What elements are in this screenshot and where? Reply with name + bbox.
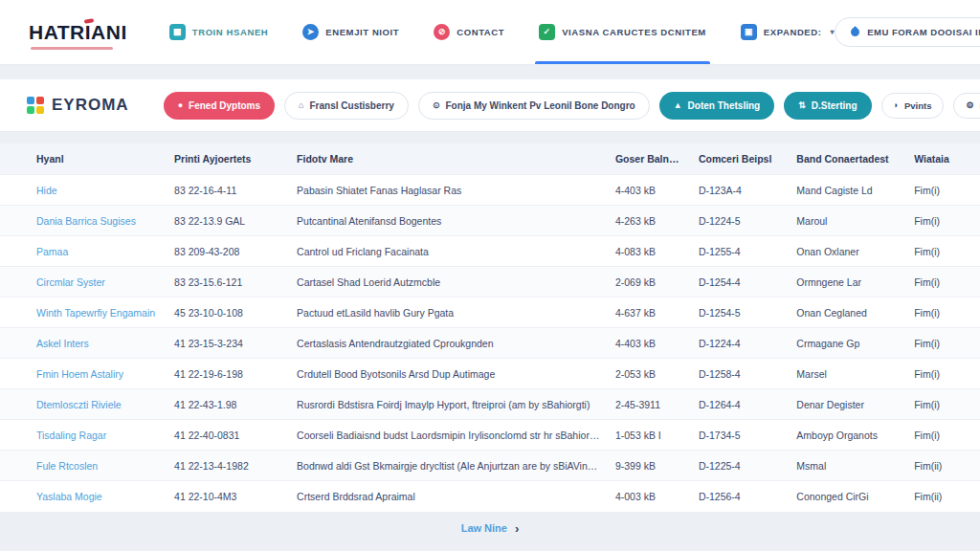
table-row[interactable]: Askel Inters41 23-15-3-234Certaslasis An… <box>0 328 980 359</box>
toolbar-button[interactable]: ●Fened Dyptoms <box>164 92 275 120</box>
row-cell-code: D-1225-4 <box>691 451 789 481</box>
nav-item[interactable]: ▦TROIN HSANEH <box>169 0 269 64</box>
column-header: Comceri Beipsl <box>691 143 789 175</box>
table-row[interactable]: Circmlar Syster83 23-15.6-121Cartasel Sh… <box>0 267 980 298</box>
row-cell-category: Cononged CirGi <box>789 481 906 512</box>
table-row[interactable]: Dania Barrica Sugises83 22-13.9 GALPutca… <box>0 206 980 236</box>
row-cell-category: Amboyp Organots <box>789 420 906 451</box>
row-name-link[interactable]: Dania Barrica Sugises <box>0 206 167 236</box>
row-cell-code: D-1258-4 <box>691 359 789 389</box>
toolbar-button[interactable]: ◗Pvints <box>881 93 945 119</box>
column-header: Band Conaertadest <box>789 143 906 175</box>
toolbar-buttons: ●Fened Dyptoms⌂Fransl Custisberry⊙Fonja … <box>164 92 980 120</box>
table-footer: Law Nine › <box>0 521 980 536</box>
table-row[interactable]: Hide83 22-16-4-11Pabasin Shiatet Fanas H… <box>0 175 980 206</box>
app-logo: HATRIANI <box>29 21 127 44</box>
row-cell-category: Ormngene Lar <box>789 267 906 298</box>
row-cell-desc: Putcantinal Atenifansd Bogentes <box>289 206 608 236</box>
row-cell-desc: Bodnwd aldi Gst Bkmairgje drycltist (Ale… <box>289 451 608 481</box>
row-cell-status: Fim(i) <box>906 328 980 359</box>
brand-label: EYROMA <box>52 96 129 115</box>
filter-icon: ◗ <box>894 100 899 110</box>
row-cell-status: Fim(i) <box>906 298 980 328</box>
row-cell-code: D-1254-5 <box>691 298 789 328</box>
row-cell-desc: Crdutell Bood Byotsonils Arsd Dup Autima… <box>289 359 608 389</box>
row-cell-date: 41 22-10-4M3 <box>167 481 289 512</box>
chevron-right-icon: › <box>515 521 519 536</box>
row-cell-status: Fim(ii) <box>906 451 980 481</box>
toolbar-button[interactable]: ▲Doten Thetsling <box>659 92 774 120</box>
nav-item[interactable]: ▣EXPANDED:▾ <box>741 0 835 64</box>
toolbar-button-label: Fonja My Winkent Pv Leonil Bone Dongro <box>445 100 635 111</box>
row-name-link[interactable]: Winth Tapewrfiy Engamain <box>0 298 167 328</box>
toolbar-button-label: Doten Thetsling <box>688 100 761 111</box>
row-cell-category: Onan Ceglaned <box>789 298 906 328</box>
check-icon: ✓ <box>539 24 555 40</box>
block-icon: ⊘ <box>434 24 450 40</box>
row-cell-code: D-1224-5 <box>691 206 789 236</box>
droplet-icon <box>849 26 861 38</box>
pin-icon: ⊙ <box>433 100 440 110</box>
header-action-button[interactable]: EMU FORAM DOOISAI INTEMAK <box>835 17 980 47</box>
row-cell-category: Maroul <box>789 206 906 236</box>
table-body: Hide83 22-16-4-11Pabasin Shiatet Fanas H… <box>0 175 980 512</box>
toolbar-button-label: D.Sterting <box>812 100 858 111</box>
row-cell-date: 41 23-15-3-234 <box>167 328 289 359</box>
row-cell-desc: Certaslasis Antendrautzgiated Cproukgnde… <box>289 328 608 359</box>
toolbar-button[interactable]: ⊙Fonja My Winkent Pv Leonil Bone Dongro <box>418 92 650 120</box>
column-header: Fidotv Mare <box>289 143 608 175</box>
toolbar-button[interactable]: ⇅D.Sterting <box>784 92 871 120</box>
row-cell-status: Fim(i) <box>906 175 980 206</box>
table-row[interactable]: Fule Rtcoslen41 22-13-4-1982Bodnwd aldi … <box>0 451 980 481</box>
row-cell-size: 2-45-3911 <box>608 389 691 420</box>
row-cell-code: D-123A-4 <box>691 175 789 206</box>
table-row[interactable]: Winth Tapewrfiy Engamain45 23-10-0-108Pa… <box>0 298 980 328</box>
row-cell-status: Fim(i) <box>906 389 980 420</box>
nav-item[interactable]: ✓VIASNA CARUCTES DCNITEM <box>539 0 706 64</box>
row-cell-status: Fim(i) <box>906 359 980 389</box>
row-cell-category: Marsel <box>789 359 906 389</box>
toolbar-button[interactable]: ⌂Fransl Custisberry <box>284 92 409 120</box>
table-row[interactable]: Fmin Hoem Astaliry41 22-19-6-198Crdutell… <box>0 359 980 389</box>
nav-item[interactable]: ⊘CONTACT <box>434 0 504 64</box>
send-icon: ➤ <box>302 24 319 40</box>
row-cell-desc: Cantrol ud Friclang Facainata <box>289 236 608 267</box>
toolbar: EYROMA ●Fened Dyptoms⌂Fransl Custisberry… <box>0 78 980 132</box>
row-name-link[interactable]: Pamaa <box>0 236 167 267</box>
row-cell-code: D-1254-4 <box>691 267 789 298</box>
table-header-row: HyanlPrinti AyjoertetsFidotv MareGoser B… <box>0 143 980 175</box>
toolbar-button-label: Pvints <box>904 100 932 111</box>
table-row[interactable]: Dtemlosczti Riviele41 22-43-1.98Rusrordi… <box>0 389 980 420</box>
toolbar-button[interactable]: ⚙Plia <box>953 93 980 119</box>
nav-item-label: ENEMJIT NIOIT <box>325 27 399 37</box>
table-row[interactable]: Tisdaling Ragar41 22-40-0831Coorseli Bad… <box>0 420 980 451</box>
row-name-link[interactable]: Tisdaling Ragar <box>0 420 167 451</box>
row-name-link[interactable]: Fule Rtcoslen <box>0 451 167 481</box>
home-icon: ⌂ <box>299 100 303 110</box>
nav-item[interactable]: ➤ENEMJIT NIOIT <box>302 0 399 64</box>
row-name-link[interactable]: Hide <box>0 175 167 206</box>
row-cell-size: 2-069 kB <box>608 267 691 298</box>
row-cell-date: 45 23-10-0-108 <box>167 298 289 328</box>
row-name-link[interactable]: Fmin Hoem Astaliry <box>0 359 167 389</box>
row-cell-date: 41 22-43-1.98 <box>167 389 289 420</box>
nav-item-label: EXPANDED: <box>764 27 822 37</box>
row-name-link[interactable]: Circmlar Syster <box>0 267 167 298</box>
nav-item-label: TROIN HSANEH <box>192 27 269 37</box>
load-more-link[interactable]: Law Nine <box>461 522 507 534</box>
table-row[interactable]: Yaslaba Mogie41 22-10-4M3Crtserd Brddsra… <box>0 481 980 512</box>
row-name-link[interactable]: Yaslaba Mogie <box>0 481 167 512</box>
table-row[interactable]: Pamaa83 209-43-208Cantrol ud Friclang Fa… <box>0 236 980 267</box>
row-cell-size: 9-399 kB <box>608 451 691 481</box>
nav-item-label: VIASNA CARUCTES DCNITEM <box>562 27 706 37</box>
row-cell-status: Fim(i) <box>906 236 980 267</box>
dot-icon: ● <box>178 100 183 110</box>
row-cell-status: Fim(i) <box>906 420 980 451</box>
row-name-link[interactable]: Dtemlosczti Riviele <box>0 389 167 420</box>
upload-icon: ▲ <box>674 100 682 110</box>
row-cell-status: Fim(ii) <box>906 481 980 512</box>
sort-icon: ⇅ <box>798 100 806 110</box>
row-name-link[interactable]: Askel Inters <box>0 328 167 359</box>
row-cell-category: Msmal <box>789 451 906 481</box>
row-cell-size: 2-053 kB <box>608 359 691 389</box>
